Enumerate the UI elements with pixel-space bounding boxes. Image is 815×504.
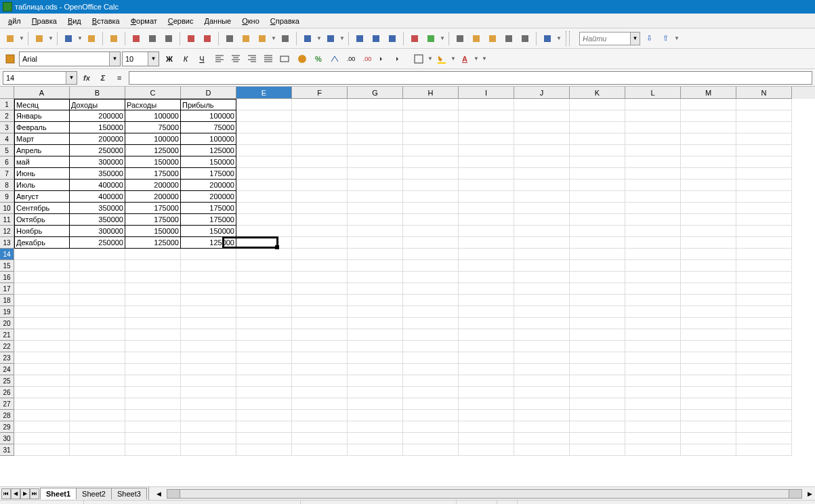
column-header[interactable]: C <box>125 87 181 99</box>
cell[interactable] <box>459 99 514 110</box>
sum-button[interactable]: Σ <box>96 71 110 85</box>
cell[interactable] <box>181 329 236 341</box>
cell[interactable] <box>181 433 236 444</box>
cell[interactable] <box>125 387 181 398</box>
cell[interactable] <box>736 410 792 421</box>
cell[interactable] <box>292 180 348 191</box>
row-header[interactable]: 21 <box>0 329 14 341</box>
find-prev-button[interactable]: ⇩ <box>642 31 656 46</box>
cell[interactable]: 200000 <box>181 191 236 203</box>
cell[interactable] <box>14 352 70 364</box>
cell[interactable]: 175000 <box>125 214 181 226</box>
cell[interactable] <box>459 237 514 249</box>
preview-button[interactable] <box>161 31 176 46</box>
cell[interactable]: Декабрь <box>14 237 70 249</box>
cell[interactable] <box>459 145 514 156</box>
cell[interactable] <box>736 110 792 122</box>
cell[interactable]: 350000 <box>70 203 125 214</box>
cell[interactable] <box>181 410 236 421</box>
cell[interactable]: 250000 <box>70 145 125 156</box>
cell[interactable] <box>236 421 292 433</box>
cell[interactable] <box>514 306 570 318</box>
cell[interactable] <box>736 341 792 352</box>
underline-button[interactable]: Ч <box>194 51 209 66</box>
cell[interactable] <box>236 214 292 226</box>
cell[interactable] <box>736 122 792 133</box>
cell[interactable] <box>514 260 570 272</box>
cell[interactable] <box>514 295 570 306</box>
cell[interactable] <box>236 306 292 318</box>
cell[interactable]: 150000 <box>181 156 236 168</box>
cell[interactable] <box>348 421 403 433</box>
cell[interactable] <box>514 122 570 133</box>
cell[interactable]: Август <box>14 191 70 203</box>
cell[interactable] <box>570 318 625 329</box>
percent-button[interactable]: % <box>311 51 326 66</box>
cell[interactable] <box>292 329 348 341</box>
cell[interactable] <box>14 364 70 375</box>
row-header[interactable]: 27 <box>0 398 14 410</box>
cell[interactable] <box>514 168 570 180</box>
cell[interactable] <box>403 421 459 433</box>
cell[interactable] <box>348 226 403 237</box>
cell[interactable] <box>348 283 403 295</box>
cell[interactable] <box>681 352 736 364</box>
cell[interactable] <box>236 180 292 191</box>
cell[interactable]: 100000 <box>125 133 181 145</box>
cell[interactable] <box>459 249 514 260</box>
cell[interactable] <box>459 329 514 341</box>
cell[interactable] <box>125 421 181 433</box>
row-header[interactable]: 19 <box>0 306 14 318</box>
dropdown-icon[interactable]: ▼ <box>19 35 24 41</box>
cell[interactable] <box>681 203 736 214</box>
cell[interactable] <box>514 237 570 249</box>
menu-item[interactable]: Окно <box>242 17 259 25</box>
cell[interactable] <box>681 306 736 318</box>
sort-asc-button[interactable] <box>369 31 383 46</box>
cell[interactable] <box>681 226 736 237</box>
cell[interactable] <box>625 306 681 318</box>
remove-decimal-button[interactable]: .00 <box>360 51 375 66</box>
cell[interactable] <box>125 410 181 421</box>
cell[interactable]: Июнь <box>14 168 70 180</box>
cell[interactable] <box>348 203 403 214</box>
cell[interactable] <box>681 375 736 387</box>
cell[interactable] <box>403 341 459 352</box>
row-header[interactable]: 15 <box>0 260 14 272</box>
cell[interactable] <box>514 421 570 433</box>
cell[interactable] <box>514 133 570 145</box>
cell[interactable]: Февраль <box>14 122 70 133</box>
column-header[interactable]: J <box>514 87 570 99</box>
cell[interactable] <box>570 249 625 260</box>
cell[interactable] <box>403 168 459 180</box>
cell[interactable] <box>625 364 681 375</box>
cell[interactable] <box>514 272 570 283</box>
cell[interactable] <box>681 260 736 272</box>
cell[interactable]: 150000 <box>181 226 236 237</box>
cell[interactable] <box>625 444 681 456</box>
cell[interactable] <box>236 398 292 410</box>
cell[interactable] <box>570 295 625 306</box>
cell[interactable] <box>181 295 236 306</box>
cut-button[interactable] <box>222 31 237 46</box>
name-box[interactable]: ▼ <box>3 71 77 85</box>
cell[interactable] <box>292 318 348 329</box>
cell[interactable] <box>236 237 292 249</box>
cell[interactable] <box>625 272 681 283</box>
cell[interactable] <box>403 133 459 145</box>
cell[interactable]: 125000 <box>181 145 236 156</box>
row-header[interactable]: 28 <box>0 410 14 421</box>
cell[interactable] <box>459 318 514 329</box>
function-button[interactable]: = <box>112 71 126 85</box>
dropdown-icon[interactable]: ▼ <box>440 35 445 41</box>
cell[interactable] <box>403 122 459 133</box>
cell[interactable] <box>403 110 459 122</box>
cell[interactable]: Сентябрь <box>14 203 70 214</box>
cell[interactable] <box>570 214 625 226</box>
cell[interactable] <box>459 421 514 433</box>
cell[interactable] <box>459 283 514 295</box>
cell[interactable] <box>348 433 403 444</box>
row-header[interactable]: 24 <box>0 364 14 375</box>
cell[interactable] <box>236 283 292 295</box>
spellcheck-button[interactable] <box>184 31 198 46</box>
